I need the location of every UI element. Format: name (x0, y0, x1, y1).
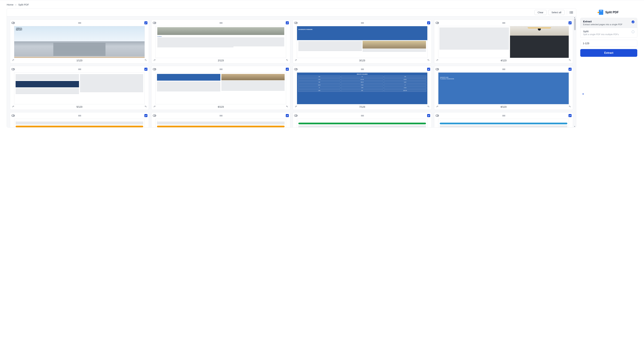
breadcrumb-home[interactable]: Home (7, 3, 14, 6)
page-card[interactable]: ANNUALREPORT1/123 (10, 20, 149, 64)
page-card[interactable]: 4/123 (434, 20, 573, 64)
drag-handle-icon[interactable] (502, 69, 505, 70)
page-thumbnail[interactable]: — (297, 119, 428, 127)
page-thumbnail[interactable]: — (14, 119, 145, 127)
page-card[interactable]: 5/123 (10, 66, 149, 110)
drag-handle-icon[interactable] (502, 115, 505, 116)
page-checkbox[interactable] (427, 21, 430, 24)
preview-eye-icon[interactable] (436, 22, 439, 24)
option-split[interactable]: Split Split a single PDF into multiple P… (580, 28, 637, 38)
list-view-icon[interactable] (569, 11, 574, 14)
radio-unselected-icon[interactable] (632, 30, 634, 33)
page-thumbnail[interactable]: Contents (156, 26, 286, 58)
page-thumbnail[interactable] (156, 72, 286, 104)
page-checkbox[interactable] (286, 21, 289, 24)
rotate-right-icon[interactable] (286, 59, 288, 62)
drag-handle-icon[interactable] (78, 69, 81, 70)
drag-handle-icon[interactable] (220, 22, 222, 24)
scroll-down-icon[interactable]: ▾ (574, 125, 575, 127)
page-thumbnail[interactable] (438, 26, 569, 58)
page-checkbox[interactable] (286, 114, 289, 117)
page-card[interactable]: —12/123 (434, 112, 573, 127)
drag-handle-icon[interactable] (502, 22, 505, 24)
split-pdf-icon (599, 10, 603, 15)
page-checkbox[interactable] (144, 21, 148, 24)
page-checkbox[interactable] (427, 68, 430, 71)
collapse-panel-icon[interactable]: » (582, 92, 637, 96)
page-number: 2/123 (218, 59, 224, 62)
rotate-right-icon[interactable] (144, 105, 147, 108)
rotate-right-icon[interactable] (568, 59, 571, 62)
rotate-right-icon[interactable] (144, 59, 147, 62)
breadcrumb-sep-icon: › (16, 3, 16, 6)
rotate-left-icon[interactable] (153, 59, 156, 62)
rotate-left-icon[interactable] (436, 59, 439, 62)
rotate-right-icon[interactable] (427, 105, 430, 108)
drag-handle-icon[interactable] (78, 115, 81, 116)
rotate-left-icon[interactable] (12, 59, 15, 62)
preview-eye-icon[interactable] (294, 115, 298, 117)
scroll-up-icon[interactable]: ▴ (574, 17, 575, 18)
page-card[interactable]: Contents2/123 (151, 20, 290, 64)
drag-handle-icon[interactable] (220, 69, 222, 70)
page-thumbnail[interactable]: ANNUALREPORT (14, 26, 145, 58)
page-card[interactable]: 2019 AT A GLANCE1.6%2%1.9%1.75%$111.8B$7… (293, 66, 432, 110)
side-title: Split PDF (605, 11, 619, 14)
page-thumbnail[interactable]: — (438, 119, 569, 127)
toolbar: Clear Select all (7, 9, 576, 17)
page-checkbox[interactable] (568, 21, 572, 24)
drag-handle-icon[interactable] (220, 115, 222, 116)
page-card[interactable]: —11/123 (293, 112, 432, 127)
page-checkbox[interactable] (144, 68, 148, 71)
page-checkbox[interactable] (286, 68, 289, 71)
rotate-left-icon[interactable] (294, 105, 298, 108)
preview-eye-icon[interactable] (12, 115, 15, 117)
page-checkbox[interactable] (568, 114, 572, 117)
preview-eye-icon[interactable] (436, 68, 439, 70)
page-thumbnail[interactable]: 2019 AT A GLANCE1.6%2%1.9%1.75%$111.8B$7… (297, 72, 428, 104)
rotate-left-icon[interactable] (153, 105, 156, 108)
preview-eye-icon[interactable] (12, 68, 15, 70)
page-card[interactable]: GOVERNOR'S FOREWORD3/123 (293, 20, 432, 64)
drag-handle-icon[interactable] (361, 22, 364, 24)
page-thumbnail[interactable]: MANDATE ANDPLANNING FRAMEWORK (438, 72, 569, 104)
rotate-left-icon[interactable] (436, 105, 439, 108)
preview-eye-icon[interactable] (436, 115, 439, 117)
page-thumbnail[interactable]: GOVERNOR'S FOREWORD (297, 26, 428, 58)
preview-eye-icon[interactable] (153, 115, 156, 117)
page-card[interactable]: —10/123 (151, 112, 290, 127)
preview-eye-icon[interactable] (294, 68, 298, 70)
preview-eye-icon[interactable] (12, 22, 15, 24)
drag-handle-icon[interactable] (78, 22, 81, 24)
clear-button[interactable]: Clear (534, 10, 547, 15)
extract-button[interactable]: Extract (580, 49, 637, 57)
rotate-right-icon[interactable] (286, 105, 288, 108)
preview-eye-icon[interactable] (153, 68, 156, 70)
page-card[interactable]: MANDATE ANDPLANNING FRAMEWORK8/123 (434, 66, 573, 110)
page-checkbox[interactable] (427, 114, 430, 117)
scroll-thumb[interactable] (574, 19, 576, 30)
rotate-left-icon[interactable] (12, 105, 15, 108)
page-card[interactable]: —9/123 (10, 112, 149, 127)
page-checkbox[interactable] (144, 114, 148, 117)
page-checkbox[interactable] (568, 68, 572, 71)
rotate-right-icon[interactable] (427, 59, 430, 62)
page-range-input[interactable] (580, 40, 637, 47)
option-split-title: Split (583, 30, 619, 33)
breadcrumb-current: Split PDF (18, 3, 29, 6)
rotate-right-icon[interactable] (568, 105, 571, 108)
scrollbar[interactable]: ▴ ▾ (574, 17, 576, 127)
drag-handle-icon[interactable] (361, 69, 364, 70)
page-number: 1/123 (76, 59, 82, 62)
page-thumbnail[interactable] (14, 72, 145, 104)
drag-handle-icon[interactable] (361, 115, 364, 116)
preview-eye-icon[interactable] (294, 22, 298, 24)
page-card[interactable]: 6/123 (151, 66, 290, 110)
option-extract[interactable]: Extract Extract selected pages into a si… (580, 18, 637, 28)
page-thumbnail[interactable]: — (156, 119, 286, 127)
select-all-button[interactable]: Select all (548, 10, 564, 15)
option-extract-desc: Extract selected pages into a single PDF (583, 23, 622, 26)
rotate-left-icon[interactable] (294, 59, 298, 62)
preview-eye-icon[interactable] (153, 22, 156, 24)
radio-selected-icon[interactable] (632, 21, 634, 23)
